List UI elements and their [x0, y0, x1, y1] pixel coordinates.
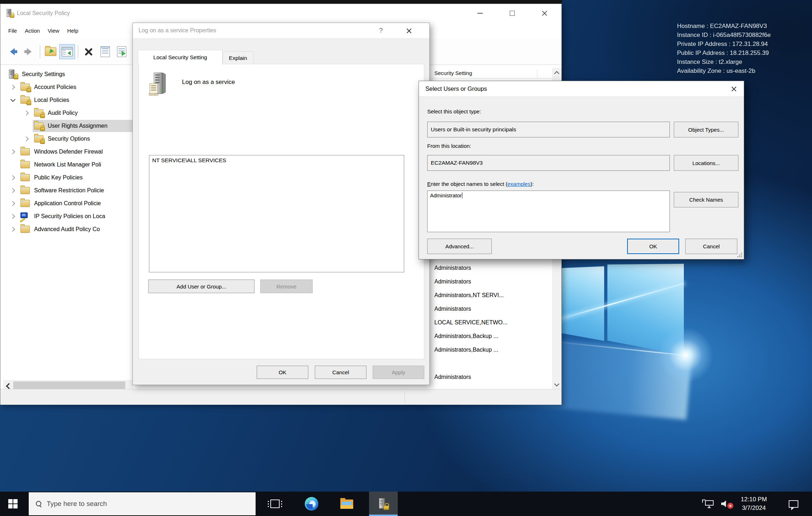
dialog-close-button[interactable]	[401, 24, 416, 37]
console-tree: Security Settings Account Policies	[3, 68, 133, 380]
dialog-close-button[interactable]	[726, 83, 741, 95]
policy-list-row[interactable]: Administrators	[430, 302, 552, 316]
cancel-button[interactable]: Cancel	[685, 239, 737, 254]
mmc-app-icon	[377, 498, 390, 510]
file-explorer-taskbar-button[interactable]	[335, 492, 358, 516]
policy-list-row[interactable]: Administrators,Backup ...	[430, 329, 552, 343]
expander-icon[interactable]	[7, 85, 19, 89]
dialog-titlebar[interactable]: Select Users or Groups	[419, 81, 744, 96]
tab[interactable]: Local Security Setting	[138, 50, 223, 64]
minimize-icon	[477, 13, 483, 14]
policy-list-row[interactable]: Administrators	[430, 261, 552, 275]
select-users-or-groups-dialog: Select Users or Groups Select this objec…	[419, 81, 744, 259]
expander-icon[interactable]	[7, 150, 19, 154]
help-button[interactable]: ?	[373, 24, 389, 37]
object-type-field[interactable]: Users or Built-in security principals	[427, 122, 670, 137]
start-button[interactable]	[0, 492, 26, 516]
tree-item[interactable]: Account Policies	[3, 81, 133, 94]
local-security-policy-taskbar-button[interactable]	[369, 492, 398, 516]
expander-icon[interactable]	[7, 176, 19, 179]
menu-item[interactable]: Action	[25, 28, 40, 34]
tree-item[interactable]: Advanced Audit Policy Co	[3, 223, 133, 236]
maximize-icon	[510, 11, 515, 16]
menu-item[interactable]: Help	[67, 28, 78, 34]
taskbar-search-box[interactable]: Type here to search	[29, 492, 256, 515]
resize-grip[interactable]	[738, 253, 742, 257]
task-view-button[interactable]	[263, 492, 286, 516]
properties-icon[interactable]	[97, 44, 113, 59]
locations-button[interactable]: Locations...	[674, 155, 738, 171]
search-placeholder: Type here to search	[47, 500, 107, 508]
tree-item-label: Account Policies	[34, 84, 76, 90]
add-user-or-group-button[interactable]: Add User or Group...	[148, 280, 255, 293]
ok-button[interactable]: OK	[627, 239, 679, 254]
export-folder-icon[interactable]	[43, 44, 59, 59]
expander-icon[interactable]	[20, 111, 33, 115]
expander-icon[interactable]	[7, 202, 19, 205]
taskbar: Type here to search × 12:10 PM 3/7/2024	[0, 492, 812, 516]
tree-item[interactable]: Application Control Policie	[3, 197, 133, 210]
check-names-button[interactable]: Check Names	[674, 192, 738, 207]
policy-list-row[interactable]: Administrators,Backup ...	[430, 343, 552, 357]
cancel-button[interactable]: Cancel	[315, 366, 367, 379]
column-divider[interactable]	[537, 69, 537, 78]
tree-item[interactable]: Security Options	[3, 132, 133, 145]
menu-item[interactable]: View	[48, 28, 59, 34]
separator[interactable]	[38, 44, 42, 59]
object-names-input[interactable]: Administrator	[427, 191, 670, 232]
tab[interactable]: Explain	[223, 51, 253, 64]
remove-button[interactable]: Remove	[260, 280, 313, 293]
back-icon[interactable]	[5, 44, 20, 59]
close-button[interactable]	[528, 4, 561, 23]
expander-icon[interactable]	[7, 189, 19, 192]
advanced-button[interactable]: Advanced...	[427, 239, 492, 254]
expander-icon[interactable]	[7, 215, 19, 218]
clock[interactable]: 12:10 PM 3/7/2024	[732, 492, 775, 516]
tree-item[interactable]: Network List Manager Poli	[3, 158, 133, 171]
separator[interactable]	[76, 44, 80, 59]
edge-taskbar-button[interactable]	[300, 492, 323, 516]
policy-list-row[interactable]: Administrators,NT SERVI...	[430, 289, 552, 302]
maximize-button[interactable]	[496, 4, 528, 23]
tree-node-icon	[20, 225, 31, 234]
instance-info-line: Private IP Address : 172.31.28.94	[677, 39, 806, 48]
scroll-down-button[interactable]	[552, 380, 561, 390]
console-tree-icon[interactable]	[59, 44, 75, 59]
object-types-button[interactable]: Object Types...	[674, 122, 738, 137]
tree-item-label: Application Control Policie	[34, 200, 101, 207]
forward-icon[interactable]	[21, 44, 37, 59]
export-list-icon[interactable]	[114, 44, 130, 59]
tree-item[interactable]: Local Policies	[3, 94, 133, 107]
tree-item[interactable]: Audit Policy	[3, 107, 133, 119]
minimize-button[interactable]	[464, 4, 496, 23]
policy-list-row[interactable]: Administrators	[430, 275, 552, 289]
column-header-security-setting[interactable]: Security Setting	[430, 68, 552, 79]
tree-item[interactable]: Windows Defender Firewal	[3, 145, 133, 158]
apply-button[interactable]: Apply	[373, 366, 424, 379]
delete-icon[interactable]	[81, 44, 97, 59]
file-explorer-icon	[340, 499, 353, 509]
policy-list-row[interactable]	[430, 357, 552, 370]
volume-muted-icon: ×	[721, 499, 731, 508]
tree-item[interactable]: Security Settings	[3, 68, 133, 81]
expander-icon[interactable]	[7, 227, 19, 231]
tree-item[interactable]: Software Restriction Policie	[3, 184, 133, 197]
expander-icon[interactable]	[20, 137, 33, 141]
action-center-button[interactable]	[783, 492, 803, 516]
tree-item[interactable]: User Rights Assignmen	[3, 119, 133, 132]
menu-item[interactable]: File	[8, 28, 17, 34]
expander-icon[interactable]	[7, 98, 19, 103]
tree-item[interactable]: Public Key Policies	[3, 171, 133, 184]
members-listbox[interactable]: NT SERVICE\ALL SERVICES	[149, 155, 404, 272]
tree-item-label: Local Policies	[34, 97, 69, 103]
tree-item[interactable]: IP Security Policies on Loca	[3, 210, 133, 223]
location-field[interactable]: EC2AMAZ-FAN98V3	[427, 155, 670, 171]
ok-button[interactable]: OK	[257, 366, 308, 379]
network-tray-button[interactable]	[699, 492, 717, 516]
policy-list-row[interactable]: LOCAL SERVICE,NETWO...	[430, 316, 552, 329]
window-titlebar[interactable]: Local Security Policy	[0, 4, 561, 23]
examples-link[interactable]: examples	[507, 181, 530, 187]
scroll-up-button[interactable]	[552, 68, 561, 78]
policy-list-row[interactable]: Administrators	[430, 370, 552, 384]
member-item[interactable]: NT SERVICE\ALL SERVICES	[149, 155, 404, 164]
